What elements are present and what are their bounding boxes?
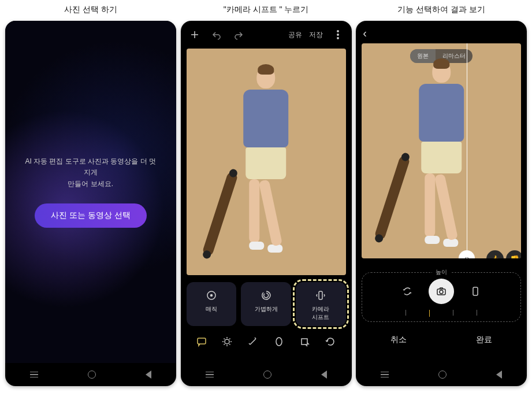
svg-point-4	[210, 295, 212, 297]
adjust-label: 높이	[432, 268, 451, 276]
svg-rect-5	[319, 291, 322, 299]
recents-icon[interactable]	[30, 372, 38, 378]
phone-screen-1: AI 자동 편집 도구로 사진과 동영상을 더 멋지게 만들어 보세요. 사진 …	[5, 21, 176, 386]
caption-1: 사진 선택 하기	[64, 5, 117, 15]
split-handle-icon[interactable]: ‹›	[459, 250, 475, 258]
home-icon[interactable]	[263, 371, 271, 379]
tool-label: 카메라 시프트	[312, 305, 329, 321]
select-media-button[interactable]: 사진 또는 동영상 선택	[35, 203, 147, 228]
svg-point-7	[225, 339, 229, 344]
svg-point-8	[276, 338, 282, 346]
photo-preview[interactable]	[187, 49, 346, 275]
wand-icon[interactable]	[247, 335, 259, 348]
android-navbar	[5, 363, 176, 386]
save-button[interactable]: 저장	[309, 30, 323, 40]
camera-center-icon[interactable]	[429, 279, 454, 304]
svg-point-2	[337, 38, 338, 39]
svg-rect-6	[198, 338, 206, 344]
back-icon[interactable]	[496, 371, 502, 379]
svg-rect-12	[473, 287, 478, 295]
cancel-button[interactable]: 취소	[390, 335, 407, 345]
svg-point-0	[337, 31, 338, 32]
caption-3: 기능 선택하여 결과 보기	[397, 5, 485, 15]
recents-icon[interactable]	[381, 372, 389, 378]
redo-icon[interactable]	[230, 27, 247, 43]
recents-icon[interactable]	[206, 372, 214, 378]
swirl-icon	[260, 289, 273, 302]
crop-icon[interactable]	[298, 335, 311, 348]
svg-point-1	[337, 34, 338, 35]
portrait-icon[interactable]	[464, 280, 486, 302]
back-icon[interactable]	[321, 371, 327, 379]
adjust-panel: 높이	[362, 272, 521, 322]
slider-ticks[interactable]	[405, 310, 477, 317]
thumbs-down-icon[interactable]: 👎	[506, 250, 521, 258]
split-divider	[467, 43, 467, 258]
undo-icon[interactable]	[209, 27, 225, 43]
phone-screen-2: 공유 저장 매	[181, 21, 352, 386]
add-icon[interactable]	[187, 27, 203, 43]
photo-compare[interactable]: 원본 리마스터 ‹› 👍 👎	[362, 43, 521, 258]
svg-point-11	[440, 290, 443, 294]
back-arrow-icon[interactable]: ‹	[363, 27, 367, 39]
done-button[interactable]: 완료	[476, 335, 492, 345]
more-icon[interactable]	[330, 27, 346, 43]
sync-icon[interactable]	[396, 280, 418, 302]
tool-card-lighten[interactable]: 가볍하게	[241, 282, 291, 326]
brightness-icon[interactable]	[221, 335, 233, 348]
target-icon	[205, 289, 218, 302]
share-button[interactable]: 공유	[288, 30, 302, 40]
thumbs-up-icon[interactable]: 👍	[486, 250, 504, 258]
android-navbar	[356, 363, 527, 386]
promo-text: AI 자동 편집 도구로 사진과 동영상을 더 멋지게 만들어 보세요.	[23, 156, 159, 190]
phone-rotate-icon	[314, 289, 327, 302]
caption-2: "카메라 시프트 " 누르기	[224, 5, 309, 15]
back-icon[interactable]	[146, 371, 151, 379]
tool-label: 매직	[206, 305, 217, 313]
tool-label: 가볍하게	[255, 305, 278, 313]
rotate-icon[interactable]	[324, 335, 337, 348]
tool-card-magic[interactable]: 매직	[187, 282, 237, 326]
home-icon[interactable]	[438, 371, 447, 379]
chat-icon[interactable]	[195, 335, 208, 348]
tool-card-camera-shift[interactable]: 카메라 시프트	[296, 282, 346, 326]
home-icon[interactable]	[88, 371, 96, 379]
android-navbar	[181, 363, 352, 386]
oval-icon[interactable]	[273, 335, 285, 348]
phone-screen-3: ‹ 원본 리마스터 ‹›	[356, 21, 527, 386]
svg-rect-9	[302, 339, 307, 345]
